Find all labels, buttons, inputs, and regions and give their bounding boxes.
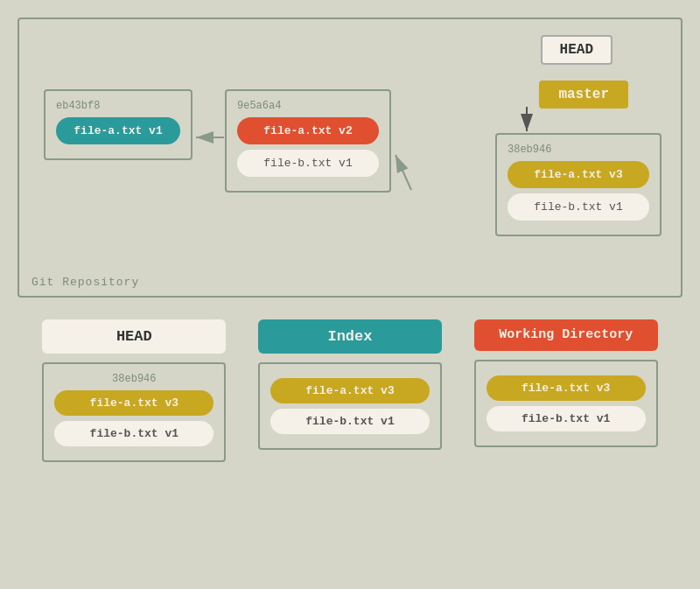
head-commit-id: 38eb946 — [54, 373, 214, 385]
file-pill-2a: file-a.txt v2 — [237, 117, 379, 144]
commit-box-2: 9e5a6a4 file-a.txt v2 file-b.txt v1 — [225, 89, 391, 193]
index-file-1: file-a.txt v3 — [270, 378, 430, 403]
svg-line-3 — [396, 155, 411, 190]
head-label-top: HEAD — [541, 35, 612, 65]
head-area: HEAD 38eb946 file-a.txt v3 file-b.txt v1 — [42, 319, 226, 462]
file-pill-2b: file-b.txt v1 — [237, 150, 379, 177]
workdir-file-2: file-b.txt v1 — [486, 406, 646, 431]
bottom-section: HEAD 38eb946 file-a.txt v3 file-b.txt v1… — [0, 319, 700, 462]
working-dir-area: Working Directory file-a.txt v3 file-b.t… — [474, 319, 658, 462]
file-pill-1a: file-a.txt v1 — [56, 117, 180, 144]
commit-box-3: 38eb946 file-a.txt v3 file-b.txt v1 — [495, 133, 662, 236]
index-area-header: Index — [258, 319, 442, 354]
commit-id-2: 9e5a6a4 — [237, 100, 379, 112]
master-label: master — [539, 81, 628, 109]
commit-id-3: 38eb946 — [508, 144, 649, 156]
git-repo-label: Git Repository — [32, 276, 139, 289]
git-repo-container: Git Repository HEAD master eb43bf8 file-… — [18, 18, 682, 298]
head-area-header: HEAD — [42, 319, 226, 354]
commit-box-1: eb43bf8 file-a.txt v1 — [44, 89, 192, 160]
working-dir-header: Working Directory — [474, 319, 658, 351]
head-file-1: file-a.txt v3 — [54, 390, 214, 416]
file-pill-3a: file-a.txt v3 — [508, 161, 649, 188]
workdir-file-1: file-a.txt v3 — [486, 375, 646, 401]
head-file-2: file-b.txt v1 — [54, 421, 214, 446]
index-area-content: file-a.txt v3 file-b.txt v1 — [258, 362, 442, 450]
file-pill-3b: file-b.txt v1 — [508, 193, 649, 221]
index-file-2: file-b.txt v1 — [270, 409, 430, 434]
index-area: Index file-a.txt v3 file-b.txt v1 — [258, 319, 442, 462]
commit-id-1: eb43bf8 — [56, 100, 180, 112]
working-dir-content: file-a.txt v3 file-b.txt v1 — [474, 360, 658, 447]
head-area-content: 38eb946 file-a.txt v3 file-b.txt v1 — [42, 362, 226, 462]
